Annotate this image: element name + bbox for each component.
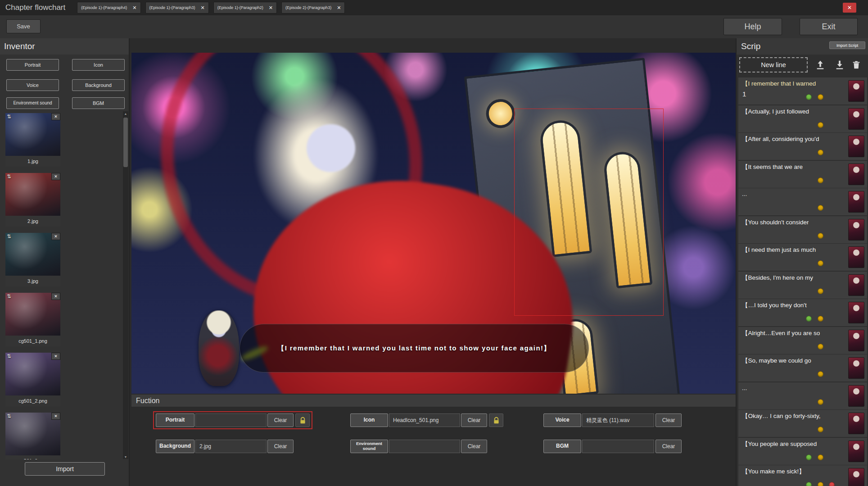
environment-sound-field-label[interactable]: Environment sound xyxy=(350,440,388,453)
asset-delete-button[interactable]: ✕ xyxy=(51,113,60,120)
import-script-button[interactable]: Import Script xyxy=(829,41,865,49)
tab-label: (Episode 1)-(Paragraph4) xyxy=(81,5,127,10)
script-line[interactable]: 【After all, considering you'd xyxy=(738,133,867,160)
asset-thumbnail[interactable]: ⇅ ✕ xyxy=(5,173,60,216)
bgm-clear-button[interactable]: Clear xyxy=(656,440,682,453)
scroll-down-icon[interactable]: ▼ xyxy=(123,454,128,459)
help-button[interactable]: Help xyxy=(723,18,782,35)
icon-field-label[interactable]: Icon xyxy=(350,413,388,427)
script-line[interactable]: 【Alright…Even if you are so xyxy=(738,327,867,354)
save-button[interactable]: Save xyxy=(6,19,41,33)
script-line[interactable]: 【Besides, I'm here on my xyxy=(738,272,867,299)
portrait-field-value[interactable] xyxy=(195,413,267,427)
category-bgm-button[interactable]: BGM xyxy=(72,97,125,109)
category-voice-button[interactable]: Voice xyxy=(6,79,59,91)
status-dot-yellow xyxy=(818,150,823,155)
asset-item[interactable]: ⇅ ✕ cg501_2.png xyxy=(5,353,60,406)
rose-window-shape xyxy=(485,98,516,130)
background-field-label[interactable]: Background xyxy=(156,440,194,453)
script-line[interactable]: 【You shouldn't consider xyxy=(738,216,867,243)
asset-delete-button[interactable]: ✕ xyxy=(51,413,60,420)
tab-close-icon[interactable]: ✕ xyxy=(132,5,136,11)
icon-clear-button[interactable]: Clear xyxy=(461,413,487,427)
script-line[interactable]: 【I need them just as much xyxy=(738,244,867,271)
script-line[interactable]: 【You make me sick!】 xyxy=(738,465,867,486)
delete-line-button[interactable] xyxy=(850,58,863,72)
asset-thumbnail[interactable]: ⇅ ✕ xyxy=(5,293,60,336)
icon-field-value[interactable]: HeadIcon_501.png xyxy=(389,413,460,427)
script-line[interactable]: ... xyxy=(738,382,867,409)
asset-thumbnail[interactable]: ⇅ ✕ xyxy=(5,113,60,156)
download-icon xyxy=(835,60,845,70)
asset-thumbnail[interactable]: ⇅ ✕ xyxy=(5,353,60,395)
asset-item[interactable]: ⇅ ✕ 1.jpg xyxy=(5,113,60,167)
asset-thumbnail[interactable]: ⇅ ✕ xyxy=(5,233,60,276)
asset-grid: ⇅ ✕ 1.jpg ⇅ ✕ 2.jpg ⇅ ✕ 3.jpg xyxy=(0,110,122,459)
page-title: Chapter flowchart xyxy=(5,3,65,12)
background-clear-button[interactable]: Clear xyxy=(267,440,294,453)
asset-filename: 2.jpg xyxy=(5,216,60,227)
asset-filename: 3.jpg xyxy=(5,276,60,286)
insert-line-button[interactable] xyxy=(833,58,846,72)
background-field-value[interactable]: 2.jpg xyxy=(195,440,267,453)
script-line-text: ... xyxy=(742,191,747,197)
voice-clear-button[interactable]: Clear xyxy=(656,413,682,427)
asset-delete-button[interactable]: ✕ xyxy=(51,293,60,300)
tab-episode2-paragraph3[interactable]: (Episode 2)-(Paragraph3) ✕ xyxy=(281,2,345,14)
asset-scrollbar[interactable]: ▲ ▼ xyxy=(123,111,128,459)
voice-field-value[interactable]: 精灵蓝色 (11).wav xyxy=(582,413,654,427)
asset-drag-icon: ⇅ xyxy=(7,353,11,359)
script-line[interactable]: 【Actually, I just followed xyxy=(738,105,867,132)
status-dot-yellow xyxy=(818,427,823,432)
asset-delete-button[interactable]: ✕ xyxy=(51,353,60,360)
scroll-up-icon[interactable]: ▲ xyxy=(123,111,128,116)
tab-close-icon[interactable]: ✕ xyxy=(337,5,341,11)
environment-sound-clear-button[interactable]: Clear xyxy=(461,440,487,453)
bgm-field-label[interactable]: BGM xyxy=(543,440,581,453)
portrait-field-label[interactable]: Portrait xyxy=(156,413,194,427)
status-dot-yellow xyxy=(818,233,823,239)
tab-close-icon[interactable]: ✕ xyxy=(201,5,205,11)
line-portrait-thumbnail xyxy=(848,274,864,296)
portrait-lock-button[interactable] xyxy=(295,413,310,427)
category-environment-sound-button[interactable]: Environment sound xyxy=(6,97,59,109)
script-line[interactable]: 【I remember that I warned 1 xyxy=(738,77,867,104)
inventory-title: Inventor xyxy=(0,38,129,55)
script-line[interactable]: 【…I told you they don't xyxy=(738,299,867,326)
asset-item[interactable]: ⇅ ✕ 3.jpg xyxy=(5,233,60,286)
exit-button[interactable]: Exit xyxy=(800,18,858,35)
category-background-button[interactable]: Background xyxy=(72,79,125,91)
asset-item[interactable]: ⇅ ✕ 2.jpg xyxy=(5,173,60,227)
lock-icon xyxy=(493,416,500,425)
tab-close-icon[interactable]: ✕ xyxy=(269,5,273,11)
import-button[interactable]: Import xyxy=(25,462,105,476)
bgm-field-value[interactable] xyxy=(582,440,654,453)
asset-item[interactable]: ⇅ ✕ cg501_1.png xyxy=(5,293,60,346)
tab-episode1-paragraph2[interactable]: (Episode 1)-(Paragraph2) ✕ xyxy=(213,2,277,14)
category-icon-button[interactable]: Icon xyxy=(72,59,125,71)
category-portrait-button[interactable]: Portrait xyxy=(6,59,59,71)
toolbar: Save Help Exit xyxy=(0,15,868,38)
asset-thumbnail[interactable]: ⇅ ✕ xyxy=(5,413,60,455)
script-line[interactable]: 【Okay… I can go forty-sixty, xyxy=(738,410,867,437)
tab-episode1-paragraph3[interactable]: (Episode 1)-(Paragraph3) ✕ xyxy=(145,2,209,14)
asset-delete-button[interactable]: ✕ xyxy=(51,173,60,180)
new-line-button[interactable]: New line xyxy=(739,57,808,73)
script-line[interactable]: 【You people are supposed xyxy=(738,438,867,465)
environment-sound-field-value[interactable] xyxy=(389,440,460,453)
voice-field-label[interactable]: Voice xyxy=(543,413,581,427)
line-number: 1 xyxy=(742,90,746,98)
script-line[interactable]: ... xyxy=(738,188,867,215)
scrollbar-thumb[interactable] xyxy=(123,118,128,167)
asset-delete-button[interactable]: ✕ xyxy=(51,233,60,240)
tab-episode1-paragraph4[interactable]: (Episode 1)-(Paragraph4) ✕ xyxy=(77,2,140,14)
portrait-clear-button[interactable]: Clear xyxy=(267,413,294,427)
upload-line-button[interactable] xyxy=(814,58,827,72)
script-line-list: 【I remember that I warned 1 【Actually, I… xyxy=(738,77,867,486)
script-line[interactable]: 【It seems that we are xyxy=(738,161,867,188)
script-line[interactable]: 【So, maybe we could go xyxy=(738,354,867,382)
icon-lock-button[interactable] xyxy=(489,413,503,427)
asset-item[interactable]: ⇅ ✕ cg501_3.png xyxy=(5,413,60,459)
window-close-button[interactable]: ✕ xyxy=(843,3,856,13)
selection-rectangle[interactable] xyxy=(514,109,664,316)
